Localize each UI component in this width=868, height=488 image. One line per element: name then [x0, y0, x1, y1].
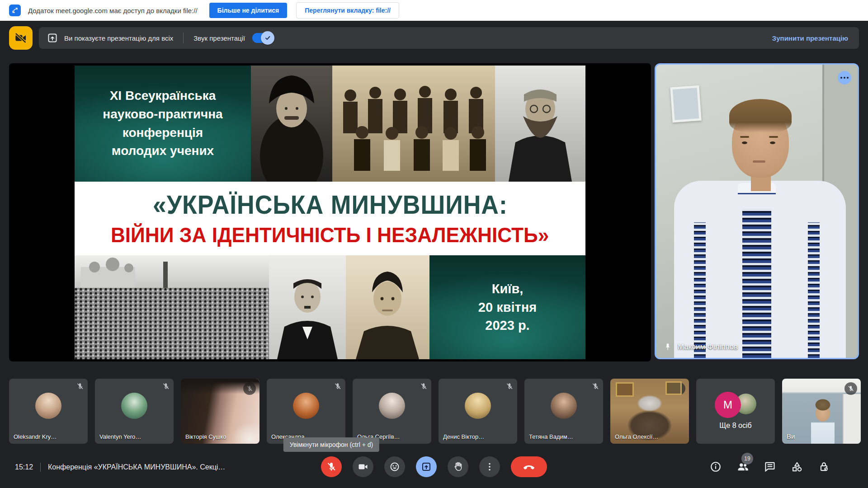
- reactions-button[interactable]: [384, 456, 405, 477]
- poster-conference-header-box: XI Всеукраїнська науково-практична конфе…: [75, 66, 251, 182]
- participant-name: Вікторія Сушко: [185, 433, 226, 440]
- chat-panel-button[interactable]: [764, 461, 776, 473]
- stop-sharing-button[interactable]: Більше не ділитися: [209, 3, 288, 18]
- divider: [183, 33, 184, 43]
- participant-avatar: [465, 393, 491, 419]
- stop-presentation-button[interactable]: Зупинити презентацію: [772, 34, 848, 42]
- view-tab-button[interactable]: Переглянути вкладку: file://: [296, 2, 399, 19]
- more-participants-tile[interactable]: M Ще 8 осіб: [696, 379, 775, 444]
- participant-tile[interactable]: Ольга Олексії…: [610, 379, 689, 444]
- mic-off-icon: [243, 382, 256, 395]
- participant-tile[interactable]: Oleksandr Kry…: [9, 379, 88, 444]
- participant-avatar: [35, 393, 61, 419]
- camera-off-thumbnail[interactable]: [9, 26, 33, 50]
- participant-avatar: [379, 393, 405, 419]
- camera-button[interactable]: [353, 456, 373, 477]
- participant-name: Ольга Олексії…: [615, 433, 658, 440]
- self-label: Ви: [787, 432, 795, 440]
- activities-button[interactable]: [791, 461, 803, 473]
- pin-icon: [663, 343, 672, 352]
- tab-share-notification-bar: Додаток meet.google.com має доступ до вк…: [0, 0, 868, 21]
- mic-off-icon: [162, 382, 170, 390]
- meeting-bottom-bar: 15:12 Конференція «УКРАЇНСЬКА МИНУВШИНА»…: [0, 450, 868, 488]
- tile-options-button[interactable]: [838, 71, 851, 84]
- present-screen-icon: [421, 461, 432, 472]
- people-panel-button[interactable]: 19: [737, 461, 749, 473]
- speaker-name-label: Максим Філіппов: [663, 343, 738, 352]
- mic-button[interactable]: Увімкнути мікрофон (ctrl + d): [321, 456, 342, 477]
- info-icon: [710, 461, 722, 473]
- overflow-avatar: M: [715, 392, 741, 418]
- emoji-icon: [389, 461, 400, 472]
- participant-count-badge: 19: [741, 453, 753, 465]
- presenting-to-all-label: Ви показуєте презентацію для всіх: [64, 34, 173, 42]
- presentation-status-bar: Ви показуєте презентацію для всіх Звук п…: [39, 27, 859, 49]
- activities-icon: [791, 461, 803, 473]
- poster-location-date-box: Київ, 20 квітня 2023 р.: [429, 255, 585, 359]
- meeting-details-button[interactable]: [710, 461, 722, 473]
- photo-portrait-man-in-suit: [269, 255, 346, 359]
- lock-icon: [818, 461, 830, 473]
- tab-share-message: Додаток meet.google.com має доступ до вк…: [28, 7, 198, 14]
- poster-conference-header-text: XI Всеукраїнська науково-практична конфе…: [103, 87, 222, 160]
- poster-title-band: «УКРАЇНСЬКА МИНУВШИНА: ВІЙНИ ЗА ІДЕНТИЧН…: [75, 182, 585, 255]
- mic-off-icon: [420, 382, 428, 390]
- mic-off-icon: [76, 382, 84, 390]
- raise-hand-icon: [453, 461, 463, 472]
- present-now-button[interactable]: [416, 456, 437, 477]
- chat-icon: [764, 461, 776, 473]
- participant-tile[interactable]: Ольга Сергіїв…: [353, 379, 431, 444]
- mic-off-icon: [326, 461, 337, 472]
- end-call-button[interactable]: [511, 456, 547, 477]
- mic-tooltip: Увімкнути мікрофон (ctrl + d): [283, 437, 379, 452]
- poster-title-line2: ВІЙНИ ЗА ІДЕНТИЧНІСТЬ І НЕЗАЛЕЖНІСТЬ»: [111, 222, 549, 247]
- more-options-button[interactable]: [479, 456, 500, 477]
- camera-icon: [358, 461, 368, 472]
- end-call-icon: [523, 460, 535, 473]
- participant-name: Денис Віктор…: [443, 433, 484, 440]
- participant-name: Тетяна Вадим…: [529, 433, 573, 440]
- present-screen-icon: [47, 33, 58, 43]
- participant-name: Valentyn Yero…: [99, 433, 141, 440]
- google-meet-window: Додаток meet.google.com має доступ до вк…: [0, 0, 868, 488]
- participant-tile[interactable]: Олександра …: [267, 379, 345, 444]
- video-off-icon: [14, 32, 27, 44]
- speaker-video-tile[interactable]: Максим Філіппов: [655, 63, 859, 359]
- presentation-audio-toggle[interactable]: [252, 33, 273, 43]
- toggle-thumb: [261, 31, 274, 45]
- mic-off-icon: [844, 382, 857, 395]
- participant-avatar: [121, 393, 147, 419]
- photo-group-sepia: [332, 66, 495, 182]
- mic-off-icon: [591, 382, 599, 390]
- mic-off-icon: [673, 382, 685, 395]
- conference-poster: XI Всеукраїнська науково-практична конфе…: [75, 66, 585, 359]
- photo-portrait-young-man: [346, 255, 429, 359]
- participant-avatar: [551, 393, 577, 419]
- more-participants-label: Ще 8 осіб: [696, 422, 775, 430]
- photo-shevchenko-portrait: [251, 66, 332, 182]
- more-vertical-icon: [484, 461, 495, 472]
- poster-location-date-text: Київ, 20 квітня 2023 р.: [478, 280, 537, 335]
- photo-hrushevsky-portrait: [495, 66, 585, 182]
- poster-title-line1: «УКРАЇНСЬКА МИНУВШИНА:: [153, 190, 508, 220]
- participant-tile[interactable]: Вікторія Сушко: [181, 379, 259, 444]
- participant-avatar: [293, 393, 319, 419]
- mic-off-icon: [334, 382, 342, 390]
- participant-name: Oleksandr Kry…: [14, 433, 57, 440]
- participant-tile[interactable]: Тетяна Вадим…: [524, 379, 603, 444]
- tab-share-icon: [9, 5, 21, 16]
- photo-crowd-kyiv: [75, 255, 269, 359]
- background-picture-frame: [670, 85, 701, 122]
- presentation-audio-label: Звук презентації: [193, 34, 245, 42]
- presented-slide-area: XI Всеукраїнська науково-практична конфе…: [9, 63, 651, 361]
- host-controls-button[interactable]: [818, 461, 830, 473]
- self-video-tile[interactable]: Ви: [782, 379, 861, 444]
- mic-off-icon: [505, 382, 514, 390]
- participant-tile[interactable]: Денис Віктор…: [439, 379, 517, 444]
- raise-hand-button[interactable]: [448, 456, 468, 477]
- participant-tile[interactable]: Valentyn Yero…: [95, 379, 174, 444]
